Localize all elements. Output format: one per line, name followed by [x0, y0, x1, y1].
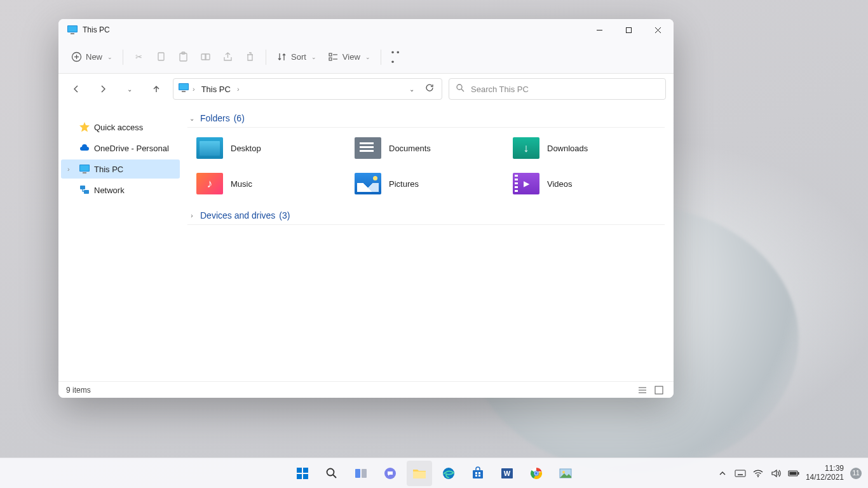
chevron-right-icon: › [237, 85, 240, 93]
thumbnails-view-button[interactable] [652, 384, 666, 396]
titlebar[interactable]: This PC [58, 19, 674, 41]
clock[interactable]: 11:39 14/12/2021 [806, 464, 844, 482]
store-button[interactable] [465, 461, 491, 486]
keyboard-icon[interactable] [735, 468, 746, 479]
sidebar-item-this-pc[interactable]: › This PC [61, 159, 180, 179]
downloads-folder-icon [513, 137, 539, 159]
sidebar-item-quick-access[interactable]: › Quick access [61, 118, 180, 137]
address-bar[interactable]: › This PC › ⌄ [173, 78, 442, 100]
file-explorer-window: This PC New ⌄ ✂ Sort ⌄ View ⌄ [58, 19, 674, 398]
item-count: 9 items [66, 386, 91, 395]
paste-button[interactable] [173, 46, 194, 69]
task-view-button[interactable] [348, 461, 374, 486]
minimize-button[interactable] [585, 19, 614, 41]
separator [266, 50, 266, 65]
sort-icon [276, 51, 287, 62]
svg-rect-36 [303, 474, 308, 479]
folder-videos[interactable]: Videos [513, 170, 665, 198]
view-button[interactable]: View ⌄ [323, 46, 376, 69]
file-explorer-taskbar-button[interactable] [407, 461, 432, 486]
svg-rect-27 [80, 186, 85, 189]
edge-button[interactable] [436, 461, 461, 486]
tray-overflow-button[interactable] [717, 468, 728, 479]
svg-text:W: W [504, 470, 511, 477]
notification-badge[interactable]: 11 [850, 468, 862, 479]
sidebar-item-label: OneDrive - Personal [94, 144, 169, 153]
group-count: (6) [234, 113, 245, 123]
videos-folder-icon [513, 173, 539, 194]
battery-icon[interactable] [788, 468, 799, 479]
group-label: Devices and drives [200, 210, 275, 220]
svg-rect-46 [478, 472, 480, 474]
folder-label: Pictures [389, 179, 419, 189]
svg-rect-34 [303, 468, 308, 473]
view-label: View [342, 52, 360, 62]
chevron-right-icon: › [67, 165, 75, 173]
taskbar-search-button[interactable] [319, 461, 344, 486]
sidebar-item-network[interactable]: › Network [61, 180, 180, 200]
refresh-button[interactable] [423, 83, 437, 95]
back-button[interactable] [66, 79, 86, 99]
volume-icon[interactable] [770, 468, 782, 479]
group-header-devices[interactable]: › Devices and drives (3) [187, 207, 665, 225]
svg-rect-21 [182, 91, 186, 92]
close-button[interactable] [643, 19, 672, 41]
start-button[interactable] [290, 461, 315, 486]
copy-button[interactable] [151, 46, 172, 69]
folder-label: Documents [389, 144, 431, 153]
forward-button[interactable] [93, 79, 113, 99]
chrome-button[interactable] [524, 461, 549, 486]
more-button[interactable]: • • • [386, 46, 407, 69]
word-button[interactable]: W [494, 461, 520, 486]
chevron-right-icon: › [193, 85, 195, 93]
svg-point-37 [327, 468, 334, 475]
documents-folder-icon [355, 137, 381, 159]
desktop-folder-icon [196, 137, 223, 159]
folder-music[interactable]: Music [196, 170, 348, 198]
svg-rect-28 [84, 190, 89, 194]
svg-point-56 [562, 471, 565, 473]
group-header-folders[interactable]: ⌄ Folders (6) [187, 109, 665, 128]
details-view-button[interactable] [635, 384, 649, 396]
new-label: New [86, 52, 102, 62]
navigation-sidebar: › Quick access › OneDrive - Personal › T… [58, 104, 182, 381]
folder-pictures[interactable]: Pictures [355, 170, 506, 198]
breadcrumb-segment[interactable]: This PC [199, 83, 233, 95]
photos-button[interactable] [553, 461, 578, 486]
svg-rect-47 [475, 475, 477, 477]
share-button[interactable] [217, 46, 238, 69]
sidebar-item-onedrive[interactable]: › OneDrive - Personal [61, 139, 180, 158]
svg-rect-33 [297, 468, 302, 473]
up-button[interactable] [146, 79, 166, 99]
chat-button[interactable] [377, 461, 403, 486]
address-dropdown[interactable]: ⌄ [405, 86, 419, 93]
sidebar-item-label: This PC [94, 165, 123, 174]
sort-button[interactable]: Sort ⌄ [271, 46, 322, 69]
folder-desktop[interactable]: Desktop [196, 134, 348, 162]
ellipsis-icon: • • • [391, 51, 402, 62]
this-pc-icon [79, 163, 90, 175]
paste-icon [178, 51, 189, 62]
copy-icon [156, 51, 166, 62]
share-icon [222, 51, 233, 62]
folder-documents[interactable]: Documents [355, 134, 506, 162]
svg-point-54 [535, 471, 538, 475]
new-button[interactable]: New ⌄ [66, 46, 118, 69]
chevron-down-icon: ⌄ [187, 115, 196, 122]
wifi-icon[interactable] [752, 468, 764, 479]
scissors-icon: ✂ [133, 51, 144, 62]
folder-downloads[interactable]: Downloads [513, 134, 665, 162]
music-folder-icon [196, 173, 223, 194]
system-tray: 11:39 14/12/2021 11 [717, 464, 868, 482]
svg-rect-1 [68, 26, 77, 32]
rename-button[interactable] [195, 46, 216, 69]
cut-button[interactable]: ✂ [128, 46, 149, 69]
cloud-icon [79, 142, 90, 154]
delete-button[interactable] [240, 46, 261, 69]
svg-rect-4 [626, 27, 631, 32]
chevron-down-icon: ⌄ [107, 54, 112, 60]
search-input[interactable]: Search This PC [449, 78, 666, 100]
svg-rect-40 [362, 469, 367, 478]
recent-locations-button[interactable]: ⌄ [119, 79, 140, 99]
maximize-button[interactable] [614, 19, 643, 41]
